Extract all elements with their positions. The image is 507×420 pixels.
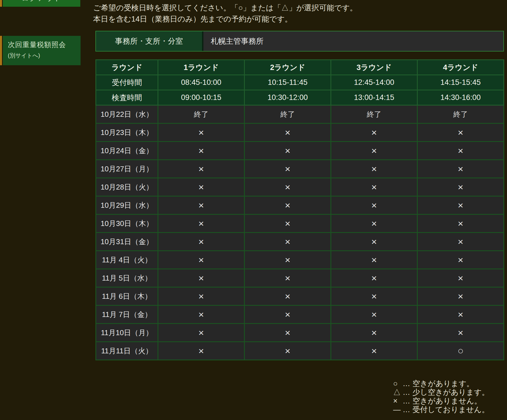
sidebar-item-sublabel: (別サイトへ) — [8, 52, 81, 59]
legend-symbol: ○ — [393, 379, 402, 388]
slot-cell: × — [245, 287, 331, 305]
date-row: 11月 6日（木） × × × × — [96, 287, 504, 305]
accent-bar — [0, 36, 2, 65]
slot-cell: × — [158, 196, 245, 214]
row-label: 受付時間 — [96, 75, 158, 90]
slot-cell: × — [245, 196, 331, 214]
header-row-inspection: 検査時間 09:00-10:15 10:30-12:00 13:00-14:15… — [96, 90, 504, 105]
column-header: ラウンド — [96, 60, 158, 75]
slot-cell: × — [331, 342, 417, 360]
date-cell: 10月23日（木） — [96, 123, 158, 142]
legend-separator: … — [403, 379, 410, 388]
date-row: 11月11日（火） × × × ○ — [96, 342, 504, 360]
slot-cell: × — [417, 251, 504, 269]
legend-symbol: × — [393, 397, 402, 405]
slot-cell: × — [417, 287, 504, 305]
slot-cell-available[interactable]: ○ — [417, 342, 504, 360]
legend-separator: … — [403, 405, 410, 414]
slot-cell: × — [245, 324, 331, 342]
reception-time: 10:15-11:45 — [245, 75, 331, 90]
slot-cell: × — [245, 178, 331, 196]
date-row: 10月31日（金） × × × × — [96, 233, 504, 251]
logout-button-wrap: ログアウト — [0, 0, 80, 7]
slot-cell: × — [417, 142, 504, 160]
slot-cell: × — [417, 214, 504, 233]
inspection-time: 14:30-16:00 — [417, 90, 504, 105]
slot-cell: × — [331, 214, 417, 233]
slot-cell: × — [331, 160, 417, 178]
schedule-table: ラウンド 1ラウンド 2ラウンド 3ラウンド 4ラウンド 受付時間 08:45-… — [95, 59, 504, 360]
date-cell: 11月 5日（水） — [96, 269, 158, 287]
sidebar-item-weight-tax[interactable]: 次回重量税額照会 (別サイトへ) — [3, 36, 81, 65]
slot-cell: × — [331, 324, 417, 342]
date-cell: 10月28日（火） — [96, 178, 158, 196]
slot-cell: × — [158, 123, 245, 142]
slot-cell: × — [158, 342, 245, 360]
slot-cell: × — [158, 233, 245, 251]
page: ログアウト 次回重量税額照会 (別サイトへ) ご希望の受検日時を選択してください… — [0, 0, 507, 420]
date-cell: 10月29日（水） — [96, 196, 158, 214]
date-row: 10月29日（水） × × × × — [96, 196, 504, 214]
reception-time: 14:15-15:45 — [417, 75, 504, 90]
date-row: 11月10日（月） × × × × — [96, 324, 504, 342]
slot-cell: × — [417, 196, 504, 214]
date-cell: 11月 7日（金） — [96, 305, 158, 324]
date-cell: 11月10日（月） — [96, 324, 158, 342]
date-cell: 11月 4日（火） — [96, 251, 158, 269]
slot-cell: × — [245, 160, 331, 178]
row-label: 検査時間 — [96, 90, 158, 105]
legend-item-not-accepting: ― … 受付しておりません。 — [393, 405, 489, 414]
accent-bar — [0, 0, 2, 7]
office-selector-label: 事務所・支所・分室 — [96, 31, 203, 51]
date-cell: 10月30日（木） — [96, 214, 158, 233]
date-row: 10月22日（水） 終了 終了 終了 終了 — [96, 105, 504, 123]
legend-separator: … — [403, 388, 410, 397]
availability-legend: ○ … 空きがあります。 △ … 少し空きがあります。 × … 空きがありません… — [393, 379, 489, 414]
slot-cell: × — [331, 142, 417, 160]
slot-cell-closed: 終了 — [331, 105, 417, 123]
slot-cell: × — [331, 233, 417, 251]
slot-cell: × — [158, 287, 245, 305]
slot-cell-closed: 終了 — [158, 105, 245, 123]
reception-time: 08:45-10:00 — [158, 75, 245, 90]
slot-cell: × — [331, 287, 417, 305]
slot-cell: × — [245, 233, 331, 251]
header-row-rounds: ラウンド 1ラウンド 2ラウンド 3ラウンド 4ラウンド — [96, 60, 504, 75]
slot-cell: × — [158, 178, 245, 196]
slot-cell: × — [417, 324, 504, 342]
slot-cell: × — [331, 178, 417, 196]
inspection-time: 09:00-10:15 — [158, 90, 245, 105]
slot-cell: × — [245, 305, 331, 324]
date-row: 11月 7日（金） × × × × — [96, 305, 504, 324]
office-selector-value: 札幌主管事務所 — [203, 31, 503, 51]
office-selector: 事務所・支所・分室 札幌主管事務所 — [95, 31, 504, 52]
legend-text: 少し空きがあります。 — [412, 388, 489, 397]
date-cell: 10月24日（金） — [96, 142, 158, 160]
date-row: 10月28日（火） × × × × — [96, 178, 504, 196]
logout-button[interactable]: ログアウト — [3, 0, 80, 7]
slot-cell-closed: 終了 — [245, 105, 331, 123]
slot-cell: × — [331, 305, 417, 324]
date-row: 10月23日（木） × × × × — [96, 123, 504, 142]
date-cell: 11月11日（火） — [96, 342, 158, 360]
legend-text: 空きがありません。 — [412, 397, 482, 405]
inspection-time: 13:00-14:15 — [331, 90, 417, 105]
legend-symbol: ― — [393, 405, 402, 414]
header-row-reception: 受付時間 08:45-10:00 10:15-11:45 12:45-14:00… — [96, 75, 504, 90]
sidebar-item-weight-tax-wrap: 次回重量税額照会 (別サイトへ) — [0, 36, 81, 65]
inspection-time: 10:30-12:00 — [245, 90, 331, 105]
slot-cell: × — [158, 305, 245, 324]
slot-cell: × — [417, 160, 504, 178]
date-row: 11月 5日（水） × × × × — [96, 269, 504, 287]
slot-cell: × — [331, 196, 417, 214]
column-header: 1ラウンド — [158, 60, 245, 75]
slot-cell: × — [158, 214, 245, 233]
slot-cell: × — [158, 251, 245, 269]
slot-cell: × — [245, 269, 331, 287]
slot-cell: × — [158, 142, 245, 160]
date-cell: 10月22日（水） — [96, 105, 158, 123]
slot-cell: × — [158, 324, 245, 342]
date-row: 10月30日（木） × × × × — [96, 214, 504, 233]
slot-cell: × — [417, 178, 504, 196]
reception-time: 12:45-14:00 — [331, 75, 417, 90]
